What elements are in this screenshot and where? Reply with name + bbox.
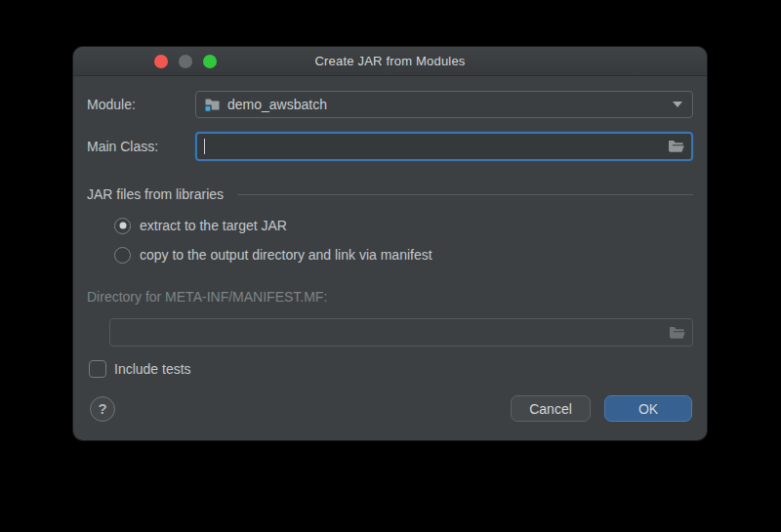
radio-icon[interactable] — [114, 218, 131, 234]
titlebar[interactable]: Create JAR from Modules — [73, 47, 707, 76]
question-mark-icon: ? — [98, 400, 106, 417]
radio-option-extract[interactable]: extract to the target JAR — [114, 216, 693, 235]
help-button[interactable]: ? — [90, 396, 115, 422]
chevron-down-icon — [673, 102, 682, 107]
zoom-button[interactable] — [203, 55, 217, 68]
minimize-button-disabled — [179, 55, 192, 68]
main-class-label: Main Class: — [87, 139, 195, 154]
include-tests-row[interactable]: Include tests — [89, 359, 693, 378]
libraries-section-title: JAR files from libraries — [87, 186, 224, 202]
browse-folder-icon — [669, 325, 686, 340]
include-tests-checkbox[interactable] — [89, 360, 106, 378]
module-value: demo_awsbatch — [227, 97, 327, 112]
traffic-lights — [154, 55, 217, 68]
close-button[interactable] — [154, 55, 168, 68]
main-class-input[interactable] — [195, 132, 693, 161]
create-jar-from-modules-dialog: Create JAR from Modules Module: demo_aws… — [73, 47, 707, 440]
module-combobox[interactable]: demo_awsbatch — [195, 91, 693, 118]
radio-label: copy to the output directory and link vi… — [140, 247, 432, 263]
radio-label: extract to the target JAR — [140, 218, 287, 233]
main-class-row: Main Class: — [87, 131, 693, 162]
manifest-dir-label: Directory for META-INF/MANIFEST.MF: — [87, 289, 327, 305]
section-divider — [237, 194, 693, 195]
module-label: Module: — [87, 97, 195, 112]
manifest-dir-label-row: Directory for META-INF/MANIFEST.MF: — [87, 288, 693, 306]
manifest-dir-row — [109, 318, 693, 347]
footer: ? Cancel OK — [90, 395, 692, 422]
text-caret — [204, 139, 205, 154]
dialog-title: Create JAR from Modules — [314, 54, 465, 68]
radio-icon[interactable] — [114, 247, 131, 264]
radio-option-copy[interactable]: copy to the output directory and link vi… — [114, 245, 693, 265]
module-row: Module: demo_awsbatch — [87, 91, 693, 118]
libraries-section-header: JAR files from libraries — [87, 185, 693, 203]
ok-button[interactable]: OK — [604, 395, 692, 422]
screen-background: Create JAR from Modules Module: demo_aws… — [0, 0, 781, 532]
manifest-dir-input — [109, 318, 693, 347]
include-tests-label: Include tests — [114, 361, 191, 377]
module-icon — [204, 97, 221, 112]
cancel-button[interactable]: Cancel — [511, 395, 591, 422]
browse-folder-icon[interactable] — [668, 140, 685, 154]
